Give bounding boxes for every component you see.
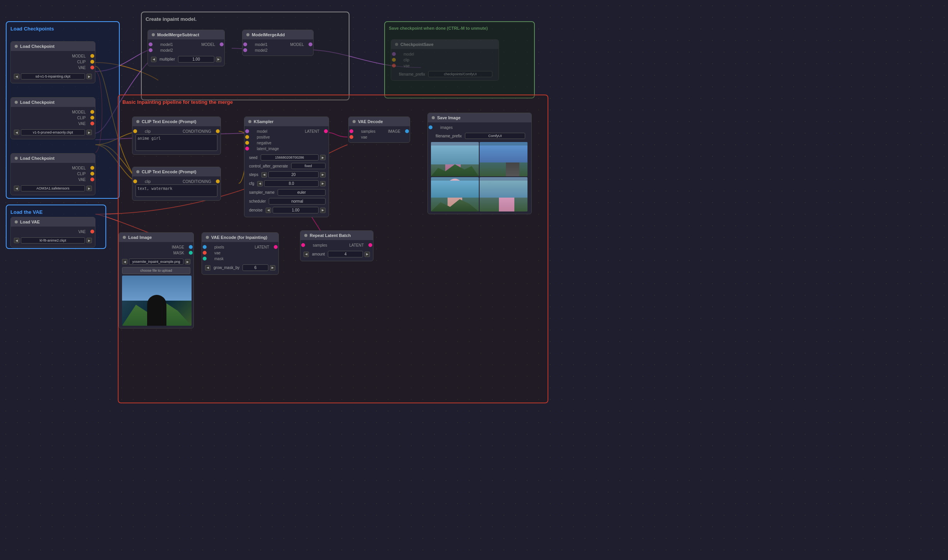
cte1-text[interactable]: anime girl xyxy=(136,134,217,151)
model-merge-add-header: ModelMergeAdd xyxy=(243,30,313,39)
cte2-dot xyxy=(136,170,139,173)
li-title: Load Image xyxy=(128,235,152,240)
vae-out-port xyxy=(90,230,94,233)
vae-next[interactable]: ▶ xyxy=(86,238,92,243)
group-checkpoints-label: Load Checkpoints xyxy=(10,26,115,32)
vd-title: VAE Decode xyxy=(358,119,383,124)
load-checkpoint-1-header: Load Checkpoint xyxy=(11,42,95,51)
ks-denoise-prev[interactable]: ◀ xyxy=(266,208,271,213)
vei-grow-val: 6 xyxy=(243,264,268,271)
mms-mult-prev[interactable]: ◀ xyxy=(151,57,156,62)
vae-prev[interactable]: ◀ xyxy=(14,238,19,243)
vae-node-dot xyxy=(15,220,18,223)
ks-denoise-val: 1.00 xyxy=(273,207,319,213)
ks-cfg-prev[interactable]: ◀ xyxy=(257,181,263,186)
rlb-samples-in xyxy=(301,243,305,247)
ks-model-in xyxy=(245,129,249,133)
mms-mult-next[interactable]: ▶ xyxy=(216,57,221,62)
checkpoint-save-node: CheckpointSave model clip vae filename_p… xyxy=(391,39,499,81)
ks-steps-next[interactable]: ▶ xyxy=(320,172,326,178)
group-pipeline-label: Basic Inpainting pipeline for testing th… xyxy=(122,99,544,105)
mma-model-out-label: MODEL xyxy=(290,42,304,47)
ks-model-label: model xyxy=(254,129,267,134)
ks-cfg-next[interactable]: ▶ xyxy=(320,181,326,186)
group-load-vae: Load the VAE Load VAE VAE ◀ kl-f8-anime2… xyxy=(6,205,106,249)
model-label-2: MODEL xyxy=(72,110,86,114)
ckpt-prev-1[interactable]: ◀ xyxy=(14,74,19,79)
ks-denoise-next[interactable]: ▶ xyxy=(320,208,326,213)
node-dot-3 xyxy=(15,157,18,160)
ksampler-node: KSampler model LATENT positive negative xyxy=(244,117,329,217)
mms-model-out-label: MODEL xyxy=(201,42,215,47)
li-image-out-label: IMAGE xyxy=(172,245,184,249)
mms-model-out xyxy=(220,42,224,46)
vd-image-out-label: IMAGE xyxy=(388,129,400,134)
vae-name-display: kl-f8-anime2.ckpt xyxy=(21,237,85,244)
mms-dot xyxy=(152,33,155,36)
node-dot-2 xyxy=(15,101,18,104)
ks-seed-label: seed xyxy=(248,155,259,161)
group-vae-label: Load the VAE xyxy=(10,209,102,215)
ks-neg-label: negative xyxy=(254,141,271,145)
cte2-cond-out xyxy=(216,179,220,183)
ckpt-name-1: sd-v1-5-inpainting.ckpt xyxy=(21,73,85,80)
cte2-header: CLIP Text Encode (Prompt) xyxy=(132,167,220,176)
vae-port-3 xyxy=(90,178,94,181)
vei-grow-prev[interactable]: ◀ xyxy=(205,265,210,271)
output-image-4 xyxy=(480,177,527,211)
ksampler-title: KSampler xyxy=(254,119,273,124)
load-checkpoint-3-header: Load Checkpoint xyxy=(11,154,95,163)
load-checkpoint-1-node: Load Checkpoint MODEL CLIP VAE ◀ sd-v1-5 xyxy=(10,41,95,83)
li-img-prev[interactable]: ◀ xyxy=(122,259,127,264)
ckpt-next-2[interactable]: ▶ xyxy=(86,130,92,135)
mma-model2-in xyxy=(243,48,247,52)
ckpt-next-3[interactable]: ▶ xyxy=(86,186,92,191)
load-image-header: Load Image xyxy=(119,233,193,242)
ks-seed-btn[interactable]: ▶ xyxy=(320,155,326,160)
ks-neg-in xyxy=(245,141,249,145)
group-pipeline: Basic Inpainting pipeline for testing th… xyxy=(118,95,548,403)
rlb-amount-prev[interactable]: ◀ xyxy=(304,252,309,257)
choose-file-btn[interactable]: choose file to upload xyxy=(122,267,190,274)
output-image-1 xyxy=(431,142,479,176)
cte2-title: CLIP Text Encode (Prompt) xyxy=(142,169,196,174)
li-img-next[interactable]: ▶ xyxy=(185,259,190,264)
ks-cfg-val: 8.0 xyxy=(264,180,319,187)
ks-steps-prev[interactable]: ◀ xyxy=(261,172,267,178)
ks-latent-out xyxy=(324,129,328,133)
li-mask-out-label: MASK xyxy=(173,251,184,255)
ks-sched-label: scheduler xyxy=(248,198,267,204)
mma-dot xyxy=(246,33,249,36)
ks-sampler-val: euler xyxy=(278,189,326,196)
node-dot xyxy=(15,45,18,48)
cte1-clip-in xyxy=(133,129,137,133)
vd-vae-label: vae xyxy=(358,135,367,139)
vei-dot xyxy=(206,236,209,239)
rlb-amount-next[interactable]: ▶ xyxy=(365,252,370,257)
si-prefix-label: filename_prefix xyxy=(434,133,463,139)
vae-label-1: VAE xyxy=(78,66,86,70)
model-merge-subtract-header: ModelMergeSubtract xyxy=(148,30,224,39)
clip-label-3: CLIP xyxy=(77,172,86,176)
load-vae-title: Load VAE xyxy=(20,220,40,224)
save-image-header: Save Image xyxy=(428,113,531,122)
si-dot xyxy=(432,116,435,119)
ks-cag-val: fixed xyxy=(291,163,326,169)
li-image-out xyxy=(189,245,193,249)
vei-grow-next[interactable]: ▶ xyxy=(270,265,275,271)
ckpt-prev-3[interactable]: ◀ xyxy=(14,186,19,191)
rlb-samples-label: samples xyxy=(310,243,327,247)
clip-port-2 xyxy=(90,116,94,120)
ckpt-prev-2[interactable]: ◀ xyxy=(14,130,19,135)
clip-label-2: CLIP xyxy=(77,116,86,120)
cs-clip-in xyxy=(392,58,396,62)
cte1-header: CLIP Text Encode (Prompt) xyxy=(132,117,220,126)
rlb-amount-label: amount xyxy=(310,251,326,257)
rlb-latent-out xyxy=(368,243,372,247)
cte2-text[interactable]: text, watermark xyxy=(136,184,217,197)
vae-encode-inpaint-node: VAE Encode (for Inpainting) pixels LATEN… xyxy=(202,232,279,275)
ckpt-next-1[interactable]: ▶ xyxy=(86,74,92,79)
group-inpaint-label: Create inpaint model. xyxy=(146,16,345,22)
ksampler-dot xyxy=(248,120,251,123)
mms-model1-in xyxy=(149,42,153,46)
